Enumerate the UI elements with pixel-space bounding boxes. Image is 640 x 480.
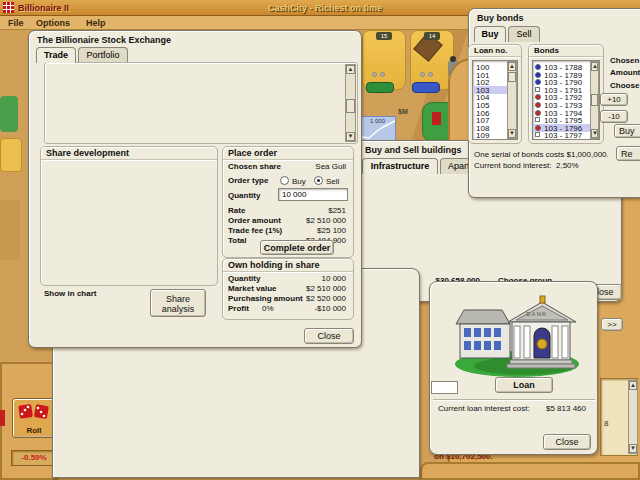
radio-buy[interactable] [280, 176, 289, 185]
green-car-icon[interactable] [366, 82, 394, 93]
coin-icon [420, 72, 425, 77]
more-button[interactable]: >> [601, 318, 623, 331]
tile-badge: 15 [376, 32, 392, 40]
choose-label: Choose : [610, 81, 640, 90]
tab-trade[interactable]: Trade [36, 47, 76, 63]
radio-sell-label[interactable]: Sell [326, 177, 339, 186]
map-patch-block [0, 200, 20, 260]
person-head-icon [450, 56, 456, 62]
own-holding-legend: Own holding in share [223, 259, 353, 272]
tab-infrastructure[interactable]: Infrastructure [362, 158, 438, 174]
right-list-item: 8 [604, 419, 608, 428]
share-development-group: Share development [40, 146, 218, 286]
bond-label: 103 - 1797 [544, 131, 582, 140]
scroll-thumb[interactable] [346, 99, 355, 113]
bond-red-dot [535, 110, 541, 116]
right-list-scrollbar[interactable]: ▲ ▼ [628, 380, 638, 454]
chosen-share-label: Chosen share [228, 162, 281, 171]
trade-fee-label: Trade fee (1%) [228, 226, 282, 235]
dice-fragment [0, 410, 5, 426]
scroll-down-icon[interactable]: ▼ [629, 444, 637, 453]
rate-label: Rate [228, 206, 245, 215]
share-analysis-button[interactable]: Share analysis [150, 289, 206, 317]
menu-help[interactable]: Help [86, 18, 106, 28]
bonds-list[interactable]: 103 - 1788103 - 1789103 - 1790103 - 1791… [532, 60, 600, 140]
mini-chart-value: 1 000 [370, 118, 385, 124]
bond-square-marker [535, 132, 540, 137]
bond-interest-label: Current bond interest: [474, 161, 551, 170]
map-patch-green [0, 96, 18, 132]
divider [433, 399, 595, 400]
map-park-item [432, 112, 441, 125]
order-type-label: Order type [228, 176, 268, 185]
profit-value: -$10 000 [296, 304, 346, 313]
loan-close-button[interactable]: Close [543, 434, 591, 450]
scroll-up-icon[interactable]: ▲ [591, 62, 598, 71]
market-value-value: $2 510 000 [290, 284, 346, 293]
scroll-up-icon[interactable]: ▲ [508, 62, 516, 71]
stock-close-button[interactable]: Close [304, 328, 354, 344]
scroll-thumb[interactable] [508, 72, 516, 82]
roll-dice-button[interactable]: Roll [12, 398, 56, 438]
buildings-window-title: Buy and Sell buildings [365, 145, 462, 155]
tab-sell[interactable]: Sell [508, 26, 540, 42]
place-order-legend: Place order [223, 147, 353, 160]
mini-chart-label: $M [398, 108, 408, 115]
scroll-down-icon[interactable]: ▼ [346, 132, 355, 141]
right-list[interactable]: ▲ ▼ 8 [600, 378, 638, 456]
bond-blue-dot [535, 79, 541, 85]
bank-illustration: BANK [452, 294, 582, 380]
loan-button[interactable]: Loan [495, 377, 553, 393]
show-in-chart-label: Show in chart [44, 289, 96, 298]
table-frame [44, 62, 358, 144]
quantity-label: Quantity [228, 191, 260, 200]
holding-quantity-value: 10 000 [296, 274, 346, 283]
loan-interest-value: $5 813 460 [526, 404, 586, 413]
radio-sell[interactable] [314, 176, 323, 185]
bond-red-dot [535, 125, 541, 131]
tab-buy[interactable]: Buy [474, 26, 506, 42]
bond-cost-note: One serial of bonds costs $1,000,000. [474, 150, 609, 159]
percent-value: -0.59% [21, 453, 46, 462]
order-amount-label: Order amount [228, 216, 281, 225]
complete-order-button[interactable]: Complete order [260, 240, 334, 255]
bond-red-dot [535, 102, 541, 108]
stock-table-scrollbar[interactable]: ▲ ▼ [345, 64, 356, 142]
blue-car-icon[interactable] [412, 82, 440, 93]
stock-window-title: The Billionaire Stock Exchange [37, 35, 171, 45]
plus-ten-button[interactable]: +10 [600, 93, 628, 106]
game-screen: 15 14 $M 1 000 >> 42 63976 27028 94089 9… [0, 0, 640, 480]
menu-options[interactable]: Options [36, 18, 70, 28]
bond-blue-dot [535, 72, 541, 78]
bond-red-dot [535, 94, 541, 100]
loan-no-legend: Loan no. [469, 45, 521, 57]
bank-sign: BANK [526, 311, 547, 317]
bonds-reset-button[interactable]: Re [616, 146, 640, 161]
scroll-thumb[interactable] [591, 94, 598, 106]
scroll-down-icon[interactable]: ▼ [591, 129, 598, 138]
minus-ten-button[interactable]: -10 [600, 110, 628, 123]
tab-portfolio[interactable]: Portfolio [78, 47, 128, 63]
map-patch-tile [0, 138, 22, 172]
loan-number-list[interactable]: 100101102103104105106107108109▲▼ [472, 60, 518, 140]
scroll-up-icon[interactable]: ▲ [629, 381, 637, 390]
bond-interest-value: 2,50% [556, 161, 579, 170]
coin-icon [372, 72, 377, 77]
share-development-legend: Share development [41, 147, 217, 160]
quantity-input[interactable] [278, 188, 348, 201]
scroll-down-icon[interactable]: ▼ [508, 129, 516, 138]
scroll-up-icon[interactable]: ▲ [346, 65, 355, 74]
bonds-list-scrollbar[interactable]: ▲▼ [590, 61, 599, 139]
loan-list-scrollbar[interactable]: ▲▼ [507, 61, 517, 139]
bonds-buy-button[interactable]: Buy [614, 124, 640, 138]
profit-label: Profit [228, 304, 249, 313]
coin-icon [380, 72, 385, 77]
menu-file[interactable]: File [8, 18, 24, 28]
radio-buy-label[interactable]: Buy [292, 177, 306, 186]
app-title: Billionaire II [18, 3, 69, 13]
profit-percent: 0% [262, 304, 274, 313]
rate-value: $251 [296, 206, 346, 215]
clipped-input[interactable] [431, 381, 458, 394]
amount-label: Amount [610, 68, 640, 77]
purchasing-amount-value: $2 520 000 [290, 294, 346, 303]
